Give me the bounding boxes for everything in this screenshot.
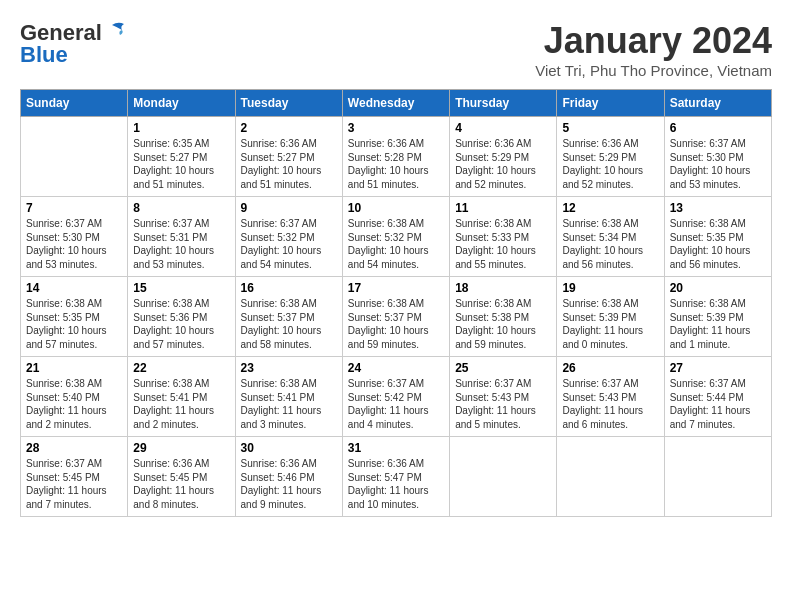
month-title: January 2024 (535, 20, 772, 62)
page-header: General Blue January 2024 Viet Tri, Phu … (20, 20, 772, 79)
day-info: Sunrise: 6:38 AM Sunset: 5:32 PM Dayligh… (348, 217, 444, 271)
day-info: Sunrise: 6:37 AM Sunset: 5:42 PM Dayligh… (348, 377, 444, 431)
day-info: Sunrise: 6:36 AM Sunset: 5:29 PM Dayligh… (455, 137, 551, 191)
day-info: Sunrise: 6:37 AM Sunset: 5:30 PM Dayligh… (26, 217, 122, 271)
day-number: 6 (670, 121, 766, 135)
week-row-2: 7Sunrise: 6:37 AM Sunset: 5:30 PM Daylig… (21, 197, 772, 277)
day-info: Sunrise: 6:35 AM Sunset: 5:27 PM Dayligh… (133, 137, 229, 191)
day-info: Sunrise: 6:36 AM Sunset: 5:29 PM Dayligh… (562, 137, 658, 191)
day-number: 26 (562, 361, 658, 375)
title-block: January 2024 Viet Tri, Phu Tho Province,… (535, 20, 772, 79)
day-info: Sunrise: 6:38 AM Sunset: 5:33 PM Dayligh… (455, 217, 551, 271)
calendar-cell: 16Sunrise: 6:38 AM Sunset: 5:37 PM Dayli… (235, 277, 342, 357)
calendar-cell: 4Sunrise: 6:36 AM Sunset: 5:29 PM Daylig… (450, 117, 557, 197)
calendar-cell: 7Sunrise: 6:37 AM Sunset: 5:30 PM Daylig… (21, 197, 128, 277)
day-info: Sunrise: 6:36 AM Sunset: 5:45 PM Dayligh… (133, 457, 229, 511)
day-number: 2 (241, 121, 337, 135)
day-info: Sunrise: 6:38 AM Sunset: 5:39 PM Dayligh… (670, 297, 766, 351)
calendar-cell: 13Sunrise: 6:38 AM Sunset: 5:35 PM Dayli… (664, 197, 771, 277)
logo-bird-icon (104, 21, 126, 41)
location-title: Viet Tri, Phu Tho Province, Vietnam (535, 62, 772, 79)
day-number: 31 (348, 441, 444, 455)
day-number: 13 (670, 201, 766, 215)
week-row-3: 14Sunrise: 6:38 AM Sunset: 5:35 PM Dayli… (21, 277, 772, 357)
day-info: Sunrise: 6:38 AM Sunset: 5:39 PM Dayligh… (562, 297, 658, 351)
week-row-5: 28Sunrise: 6:37 AM Sunset: 5:45 PM Dayli… (21, 437, 772, 517)
calendar-cell: 27Sunrise: 6:37 AM Sunset: 5:44 PM Dayli… (664, 357, 771, 437)
day-number: 1 (133, 121, 229, 135)
calendar-cell: 5Sunrise: 6:36 AM Sunset: 5:29 PM Daylig… (557, 117, 664, 197)
day-number: 12 (562, 201, 658, 215)
day-number: 18 (455, 281, 551, 295)
calendar-cell: 24Sunrise: 6:37 AM Sunset: 5:42 PM Dayli… (342, 357, 449, 437)
calendar-cell: 12Sunrise: 6:38 AM Sunset: 5:34 PM Dayli… (557, 197, 664, 277)
calendar-cell: 23Sunrise: 6:38 AM Sunset: 5:41 PM Dayli… (235, 357, 342, 437)
day-info: Sunrise: 6:38 AM Sunset: 5:38 PM Dayligh… (455, 297, 551, 351)
calendar-cell: 10Sunrise: 6:38 AM Sunset: 5:32 PM Dayli… (342, 197, 449, 277)
day-number: 8 (133, 201, 229, 215)
day-info: Sunrise: 6:38 AM Sunset: 5:41 PM Dayligh… (241, 377, 337, 431)
day-info: Sunrise: 6:38 AM Sunset: 5:37 PM Dayligh… (348, 297, 444, 351)
calendar-cell (21, 117, 128, 197)
day-info: Sunrise: 6:36 AM Sunset: 5:27 PM Dayligh… (241, 137, 337, 191)
day-info: Sunrise: 6:38 AM Sunset: 5:37 PM Dayligh… (241, 297, 337, 351)
column-header-monday: Monday (128, 90, 235, 117)
column-header-tuesday: Tuesday (235, 90, 342, 117)
day-number: 7 (26, 201, 122, 215)
calendar-cell: 9Sunrise: 6:37 AM Sunset: 5:32 PM Daylig… (235, 197, 342, 277)
day-info: Sunrise: 6:37 AM Sunset: 5:45 PM Dayligh… (26, 457, 122, 511)
day-number: 29 (133, 441, 229, 455)
day-info: Sunrise: 6:38 AM Sunset: 5:35 PM Dayligh… (26, 297, 122, 351)
column-header-sunday: Sunday (21, 90, 128, 117)
day-number: 17 (348, 281, 444, 295)
day-info: Sunrise: 6:38 AM Sunset: 5:35 PM Dayligh… (670, 217, 766, 271)
calendar-cell (557, 437, 664, 517)
calendar-cell: 21Sunrise: 6:38 AM Sunset: 5:40 PM Dayli… (21, 357, 128, 437)
day-number: 21 (26, 361, 122, 375)
week-row-4: 21Sunrise: 6:38 AM Sunset: 5:40 PM Dayli… (21, 357, 772, 437)
calendar-cell: 31Sunrise: 6:36 AM Sunset: 5:47 PM Dayli… (342, 437, 449, 517)
day-info: Sunrise: 6:37 AM Sunset: 5:31 PM Dayligh… (133, 217, 229, 271)
logo: General Blue (20, 20, 126, 68)
calendar-cell: 22Sunrise: 6:38 AM Sunset: 5:41 PM Dayli… (128, 357, 235, 437)
day-number: 23 (241, 361, 337, 375)
day-info: Sunrise: 6:38 AM Sunset: 5:34 PM Dayligh… (562, 217, 658, 271)
calendar-cell: 8Sunrise: 6:37 AM Sunset: 5:31 PM Daylig… (128, 197, 235, 277)
calendar-table: SundayMondayTuesdayWednesdayThursdayFrid… (20, 89, 772, 517)
day-number: 9 (241, 201, 337, 215)
day-number: 5 (562, 121, 658, 135)
day-number: 15 (133, 281, 229, 295)
calendar-cell (450, 437, 557, 517)
column-header-friday: Friday (557, 90, 664, 117)
day-number: 20 (670, 281, 766, 295)
week-row-1: 1Sunrise: 6:35 AM Sunset: 5:27 PM Daylig… (21, 117, 772, 197)
day-number: 14 (26, 281, 122, 295)
day-number: 3 (348, 121, 444, 135)
day-info: Sunrise: 6:37 AM Sunset: 5:43 PM Dayligh… (455, 377, 551, 431)
calendar-cell: 29Sunrise: 6:36 AM Sunset: 5:45 PM Dayli… (128, 437, 235, 517)
day-info: Sunrise: 6:36 AM Sunset: 5:28 PM Dayligh… (348, 137, 444, 191)
day-info: Sunrise: 6:37 AM Sunset: 5:44 PM Dayligh… (670, 377, 766, 431)
day-number: 16 (241, 281, 337, 295)
calendar-cell: 28Sunrise: 6:37 AM Sunset: 5:45 PM Dayli… (21, 437, 128, 517)
column-header-saturday: Saturday (664, 90, 771, 117)
calendar-cell: 18Sunrise: 6:38 AM Sunset: 5:38 PM Dayli… (450, 277, 557, 357)
calendar-cell: 14Sunrise: 6:38 AM Sunset: 5:35 PM Dayli… (21, 277, 128, 357)
day-number: 28 (26, 441, 122, 455)
day-info: Sunrise: 6:38 AM Sunset: 5:36 PM Dayligh… (133, 297, 229, 351)
calendar-cell: 20Sunrise: 6:38 AM Sunset: 5:39 PM Dayli… (664, 277, 771, 357)
calendar-cell: 6Sunrise: 6:37 AM Sunset: 5:30 PM Daylig… (664, 117, 771, 197)
calendar-cell: 30Sunrise: 6:36 AM Sunset: 5:46 PM Dayli… (235, 437, 342, 517)
calendar-cell: 3Sunrise: 6:36 AM Sunset: 5:28 PM Daylig… (342, 117, 449, 197)
calendar-cell: 11Sunrise: 6:38 AM Sunset: 5:33 PM Dayli… (450, 197, 557, 277)
day-number: 22 (133, 361, 229, 375)
calendar-cell: 2Sunrise: 6:36 AM Sunset: 5:27 PM Daylig… (235, 117, 342, 197)
day-info: Sunrise: 6:37 AM Sunset: 5:43 PM Dayligh… (562, 377, 658, 431)
day-number: 24 (348, 361, 444, 375)
day-info: Sunrise: 6:36 AM Sunset: 5:46 PM Dayligh… (241, 457, 337, 511)
day-info: Sunrise: 6:38 AM Sunset: 5:41 PM Dayligh… (133, 377, 229, 431)
day-info: Sunrise: 6:38 AM Sunset: 5:40 PM Dayligh… (26, 377, 122, 431)
day-number: 10 (348, 201, 444, 215)
day-number: 19 (562, 281, 658, 295)
logo-blue-text: Blue (20, 42, 68, 68)
